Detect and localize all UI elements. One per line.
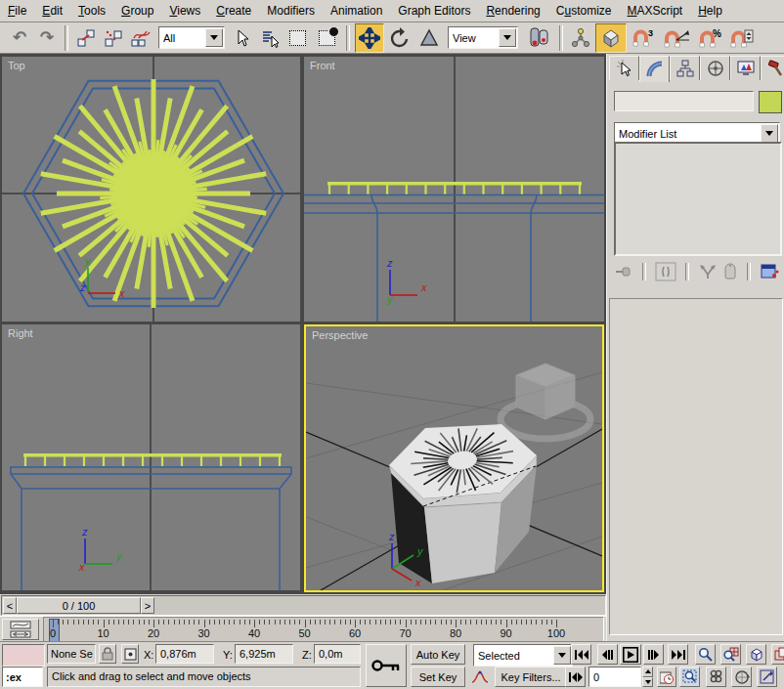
zoom-all-button[interactable] [720, 644, 741, 665]
coord-z-field[interactable] [314, 644, 361, 664]
time-slider-thumb[interactable]: 0 / 100 [17, 597, 141, 614]
window-crossing-button[interactable] [312, 25, 341, 51]
pan-view-button[interactable] [706, 667, 726, 687]
viewport-front[interactable]: Front z x y [304, 57, 604, 322]
pin-stack-icon[interactable] [614, 263, 633, 280]
show-end-result-icon[interactable] [655, 262, 676, 281]
tab-modify[interactable] [639, 56, 670, 82]
animation-set-dropdown[interactable]: Selected [473, 644, 573, 667]
min-max-toggle-button[interactable] [757, 667, 777, 687]
next-frame-button[interactable] [643, 644, 664, 665]
time-slider-next-button[interactable]: > [141, 597, 154, 614]
track-bar-ruler[interactable]: 0102030405060708090100 [43, 617, 604, 642]
set-key-button[interactable]: Set Key [411, 667, 465, 687]
redo-button[interactable]: ↷ [34, 25, 60, 51]
status-bar: :ex None Se X: Y: Z: Click and drag to s… [0, 641, 784, 689]
modifier-stack-list[interactable] [614, 142, 782, 256]
dropdown-arrow-icon[interactable] [205, 28, 223, 47]
snaps-toggle-button[interactable] [595, 23, 627, 53]
dropdown-arrow-icon[interactable] [553, 646, 571, 665]
tab-create[interactable] [609, 56, 639, 80]
coord-x-field[interactable] [155, 644, 214, 664]
viewport-perspective[interactable]: Perspective [304, 324, 604, 592]
zoom-extents-button[interactable] [746, 644, 766, 665]
undo-button[interactable]: ↶ [7, 25, 32, 51]
remove-modifier-icon[interactable] [722, 263, 738, 280]
object-name-field[interactable] [614, 91, 754, 111]
unlink-selection-button[interactable] [101, 25, 126, 51]
auto-key-button[interactable]: Auto Key [411, 644, 465, 665]
make-unique-icon[interactable] [698, 263, 718, 280]
ruler-tick [204, 620, 205, 627]
zoom-button[interactable] [695, 644, 716, 665]
time-config-icon [660, 670, 674, 684]
key-mode-toggle[interactable] [565, 667, 586, 687]
play-animation-button[interactable] [620, 644, 641, 665]
menu-item-rendering[interactable]: Rendering [478, 1, 547, 22]
select-and-scale-button[interactable] [415, 24, 443, 52]
previous-frame-button[interactable] [597, 644, 618, 665]
absolute-mode-transform-toggle[interactable] [121, 644, 139, 664]
ruler-tick [128, 620, 129, 624]
menu-item-graph-editors[interactable]: Graph Editors [390, 1, 478, 22]
menu-item-create[interactable]: Create [208, 1, 259, 22]
coord-y-field[interactable] [235, 644, 293, 664]
menu-item-animation[interactable]: Animation [323, 1, 390, 22]
time-slider-channel[interactable]: < 0 / 100 > [1, 595, 606, 616]
configure-modifier-sets-icon[interactable] [760, 263, 779, 280]
viewport-top[interactable]: Top y x z [2, 57, 300, 322]
select-object-button[interactable] [230, 25, 255, 51]
go-to-start-button[interactable] [571, 644, 591, 665]
go-to-end-button[interactable] [668, 644, 688, 665]
frame-spinner[interactable] [642, 667, 653, 687]
maxscript-macro-recorder[interactable] [2, 644, 45, 667]
ruler-tick [456, 620, 457, 627]
bind-to-space-warp-button[interactable] [128, 25, 153, 51]
menu-item-customize[interactable]: Customize [548, 1, 620, 22]
menu-item-group[interactable]: Group [113, 1, 161, 22]
dropdown-arrow-icon[interactable] [761, 124, 778, 143]
reference-coordinate-system-dropdown[interactable]: View [448, 26, 518, 49]
tab-utilities[interactable] [761, 56, 784, 80]
menu-item-tools[interactable]: Tools [70, 1, 113, 22]
time-slider-prev-button[interactable]: < [3, 597, 17, 614]
menu-item-modifiers[interactable]: Modifiers [259, 1, 323, 22]
dropdown-arrow-icon[interactable] [499, 28, 516, 47]
maxscript-mini-listener[interactable]: :ex [2, 667, 43, 687]
menu-item-file[interactable]: File [0, 1, 34, 22]
viewport-right[interactable]: Right z y x [2, 324, 300, 590]
use-pivot-point-center-button[interactable] [523, 25, 554, 51]
select-and-manipulate-button[interactable] [568, 25, 593, 51]
select-by-name-button[interactable] [257, 25, 283, 51]
selection-filter-dropdown[interactable]: All [158, 26, 225, 49]
snap-3d-button[interactable]: 3 [629, 25, 658, 51]
zoom-extents-all-button[interactable] [771, 644, 784, 665]
select-and-move-button[interactable] [355, 23, 384, 53]
zoom-region-button[interactable] [679, 667, 700, 687]
ruler-tick [425, 620, 426, 624]
set-key-mode-button[interactable] [366, 644, 407, 687]
tab-motion[interactable] [700, 56, 730, 80]
tab-hierarchy[interactable] [670, 56, 700, 80]
open-mini-curve-editor-button[interactable] [2, 619, 39, 640]
go-to-start-icon [575, 650, 588, 660]
default-tangents-button[interactable] [469, 667, 491, 687]
spinner-snap-button[interactable] [728, 25, 756, 51]
key-filters-button[interactable]: Key Filters... [495, 667, 567, 687]
object-color-swatch[interactable] [759, 91, 782, 113]
select-and-rotate-button[interactable] [386, 24, 414, 52]
rectangular-selection-region-button[interactable] [284, 25, 310, 51]
menu-item-help[interactable]: Help [690, 1, 730, 22]
ruler-tick [269, 620, 270, 624]
select-and-link-button[interactable] [73, 25, 99, 51]
menu-item-maxscript[interactable]: MAXScript [620, 1, 691, 22]
arc-rotate-button[interactable] [731, 667, 752, 687]
angle-snap-button[interactable] [660, 25, 693, 51]
selection-lock-toggle[interactable] [99, 644, 116, 664]
menu-item-views[interactable]: Views [161, 1, 208, 22]
current-frame-field[interactable] [588, 667, 641, 687]
tab-display[interactable] [730, 56, 761, 80]
time-configuration-button[interactable] [657, 667, 676, 687]
menu-item-edit[interactable]: Edit [34, 1, 70, 22]
percent-snap-button[interactable]: % [695, 25, 726, 51]
